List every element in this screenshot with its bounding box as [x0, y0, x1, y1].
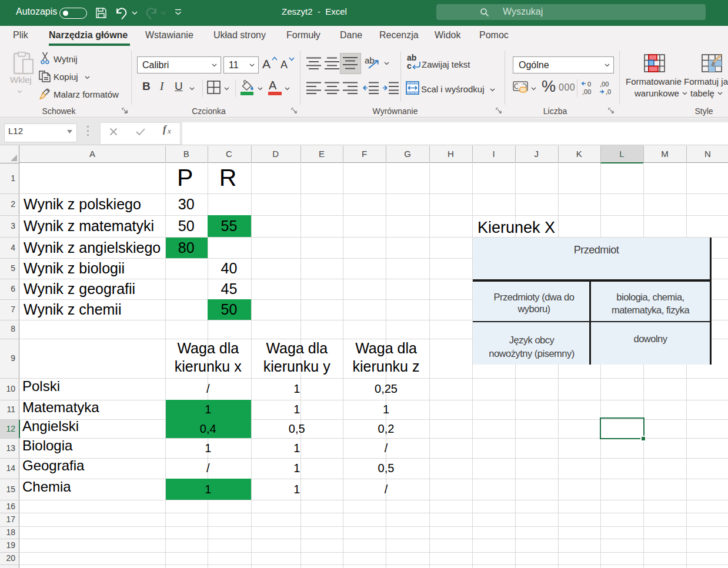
- svg-text:0: 0: [587, 81, 591, 88]
- svg-text:,00: ,00: [582, 88, 591, 95]
- svg-text:,00: ,00: [600, 81, 609, 88]
- svg-text:,0: ,0: [606, 88, 611, 95]
